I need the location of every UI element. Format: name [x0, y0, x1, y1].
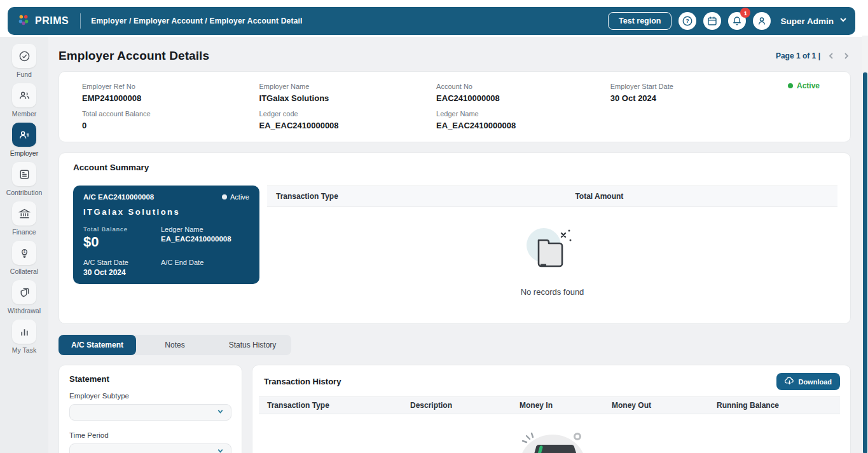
employer-subtype-select[interactable]: [69, 404, 231, 421]
total-balance-value: $0: [83, 234, 161, 250]
contribution-icon: [12, 162, 36, 186]
test-region-button[interactable]: Test region: [608, 12, 672, 30]
empty-wallet-icon: [499, 428, 600, 453]
sidebar: Fund Member Employer: [0, 37, 48, 453]
transaction-table-header: Transaction Type Description Money In Mo…: [259, 396, 840, 414]
notification-badge: 1: [740, 8, 750, 18]
field-account-no: Account No EAC2410000008: [436, 83, 610, 103]
no-records-text: No records found: [521, 287, 584, 297]
brand-logo[interactable]: PRIMS: [17, 13, 69, 29]
member-icon: [12, 83, 36, 107]
sidebar-item-finance[interactable]: Finance: [0, 201, 48, 236]
employer-info-card: Active Employer Ref No EMP241000008 Empl…: [59, 71, 851, 142]
bell-icon: [732, 16, 742, 26]
user-menu[interactable]: Super Admin: [780, 15, 848, 27]
nav-divider: [80, 13, 81, 29]
col-running-balance: Running Balance: [717, 401, 840, 410]
account-summary-table: Transaction Type Total Amount: [267, 186, 837, 297]
active-status-dot: [788, 83, 793, 88]
profile-button[interactable]: [753, 12, 771, 30]
top-navbar: PRIMS Employer / Employer Account / Empl…: [8, 7, 855, 35]
sidebar-item-my-task[interactable]: My Task: [0, 320, 48, 354]
main-content: Employer Account Details Page 1 of 1 | A…: [48, 37, 862, 453]
col-total-amount: Total Amount: [575, 192, 623, 201]
statement-heading: Statement: [69, 374, 231, 384]
col-money-out: Money Out: [612, 401, 717, 410]
account-status: Active: [222, 193, 249, 201]
tab-status-history[interactable]: Status History: [214, 335, 291, 355]
sidebar-item-member[interactable]: Member: [0, 83, 48, 118]
time-period-label: Time Period: [69, 431, 231, 439]
app-root: PRIMS Employer / Employer Account / Empl…: [0, 0, 868, 453]
col-transaction-type: Transaction Type: [267, 192, 575, 201]
account-holder-name: ITGalax Solutions: [83, 207, 249, 217]
sidebar-item-collateral[interactable]: $ Collateral: [0, 241, 48, 275]
field-employer-name: Employer Name ITGalax Solutions: [259, 83, 437, 103]
page-count: Page 1 of 1 |: [776, 51, 820, 60]
employer-icon: [12, 123, 36, 147]
scrollbar-thumb[interactable]: [863, 72, 867, 453]
transaction-history-heading: Transaction History: [264, 377, 341, 386]
brand-name: PRIMS: [35, 15, 69, 27]
tab-ac-statement[interactable]: A/C Statement: [59, 335, 136, 355]
field-ledger-name: Ledger Name EA_EAC2410000008: [436, 110, 610, 130]
ledger-name-block: Ledger Name EA_EAC2410000008: [161, 226, 249, 250]
navbar-right: Test region ?: [608, 12, 848, 30]
sidebar-item-employer[interactable]: Employer: [0, 123, 48, 157]
field-ledger-code: Ledger code EA_EAC2410000008: [259, 110, 437, 130]
page-title: Employer Account Details: [59, 49, 209, 63]
total-balance-block: Total Balance $0: [83, 226, 161, 250]
help-button[interactable]: ?: [679, 12, 696, 30]
time-period-select[interactable]: [69, 443, 231, 453]
help-icon: ?: [682, 15, 693, 27]
ac-end-date-block: A/C End Date: [161, 259, 249, 277]
chevron-down-icon: [839, 15, 848, 27]
download-button[interactable]: Download: [776, 373, 840, 390]
cloud-download-icon: [785, 377, 794, 386]
prev-page-button[interactable]: [827, 51, 836, 60]
account-tile[interactable]: A/C EAC2410000008 Active ITGalax Solutio…: [73, 186, 259, 284]
account-number: A/C EAC2410000008: [83, 193, 154, 201]
col-money-in: Money In: [520, 401, 612, 410]
prims-logo-icon: [17, 13, 31, 29]
chevron-down-icon: [216, 446, 224, 453]
col-transaction-type: Transaction Type: [267, 401, 410, 410]
shield-document-icon: [12, 280, 36, 304]
employer-subtype-label: Employer Subtype: [69, 392, 231, 400]
svg-text:$: $: [24, 250, 25, 254]
next-page-button[interactable]: [842, 51, 851, 60]
account-status-dot: [222, 194, 227, 199]
svg-text:?: ?: [686, 18, 690, 24]
ac-start-date-block: A/C Start Date 30 Oct 2024: [83, 259, 161, 277]
col-description: Description: [410, 401, 520, 410]
detail-tabs: A/C Statement Notes Status History: [59, 335, 291, 355]
bank-icon: [12, 201, 36, 226]
calendar-button[interactable]: [703, 12, 721, 30]
summary-empty-state: No records found: [267, 207, 837, 297]
scrollbar-track: [862, 36, 868, 453]
sidebar-item-contribution[interactable]: Contribution: [0, 162, 48, 196]
field-total-account-balance: Total account Balance 0: [82, 110, 259, 130]
employer-status-badge: Active: [788, 81, 820, 90]
field-employer-ref-no: Employer Ref No EMP241000008: [82, 83, 259, 103]
user-name: Super Admin: [780, 17, 834, 26]
sidebar-item-withdrawal[interactable]: Withdrawal: [0, 280, 48, 314]
account-summary-card: Account Summary A/C EAC2410000008 Active…: [59, 152, 851, 324]
summary-table-header: Transaction Type Total Amount: [267, 186, 837, 207]
breadcrumb: Employer / Employer Account / Employer A…: [91, 17, 302, 25]
empty-folder-icon: [523, 225, 582, 280]
transaction-history-panel: Transaction History Download Tr: [252, 365, 851, 453]
user-icon: [757, 16, 767, 26]
fund-icon: [12, 44, 36, 68]
pagination: Page 1 of 1 |: [776, 51, 851, 60]
bar-chart-icon: [12, 320, 36, 344]
lightbulb-icon: $: [12, 241, 36, 265]
statement-panel: Statement Employer Subtype Time Period: [59, 365, 242, 453]
notifications-button[interactable]: 1: [728, 12, 746, 30]
transaction-empty-state: [259, 428, 840, 453]
sidebar-item-fund[interactable]: Fund: [0, 44, 48, 78]
chevron-down-icon: [216, 407, 224, 418]
tab-notes[interactable]: Notes: [136, 335, 214, 355]
account-summary-heading: Account Summary: [73, 163, 837, 172]
calendar-icon: [707, 16, 717, 26]
